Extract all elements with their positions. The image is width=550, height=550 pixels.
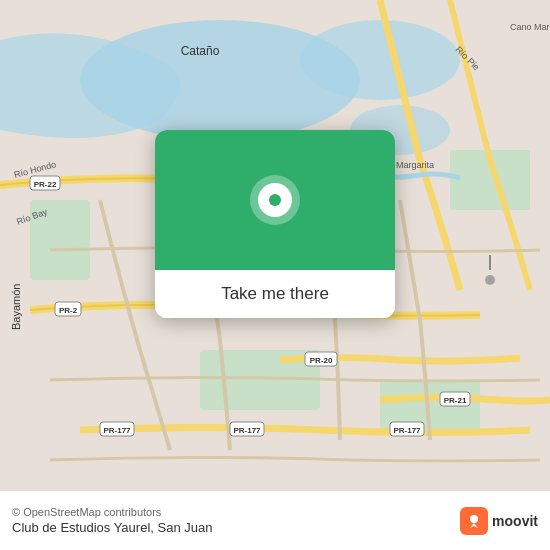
pin-inner-circle xyxy=(258,183,292,217)
svg-text:Bayamón: Bayamón xyxy=(10,284,22,330)
svg-point-31 xyxy=(485,275,495,285)
take-me-there-button[interactable]: Take me there xyxy=(175,284,375,304)
moovit-logo: moovit xyxy=(460,507,538,535)
pin-outer-ring xyxy=(250,175,300,225)
svg-point-33 xyxy=(470,515,478,523)
location-card: Take me there xyxy=(155,130,395,318)
svg-text:Cano Mar: Cano Mar xyxy=(510,22,550,32)
svg-point-2 xyxy=(300,20,460,100)
moovit-label: moovit xyxy=(492,513,538,529)
pin-center-dot xyxy=(269,194,281,206)
bottom-bar: © OpenStreetMap contributors Club de Est… xyxy=(0,490,550,550)
osm-attribution: © OpenStreetMap contributors xyxy=(12,506,212,518)
svg-text:PR-177: PR-177 xyxy=(103,426,131,435)
svg-text:PR-21: PR-21 xyxy=(444,396,467,405)
svg-text:PR-177: PR-177 xyxy=(233,426,261,435)
card-button-area: Take me there xyxy=(155,270,395,318)
card-map-preview xyxy=(155,130,395,270)
svg-text:PR-22: PR-22 xyxy=(34,180,57,189)
svg-text:PR-2: PR-2 xyxy=(59,306,78,315)
location-pin xyxy=(250,175,300,225)
svg-text:PR-177: PR-177 xyxy=(393,426,421,435)
svg-text:Cataño: Cataño xyxy=(181,44,220,58)
moovit-icon xyxy=(460,507,488,535)
location-label: Club de Estudios Yaurel, San Juan xyxy=(12,520,212,535)
svg-text:PR-20: PR-20 xyxy=(310,356,333,365)
